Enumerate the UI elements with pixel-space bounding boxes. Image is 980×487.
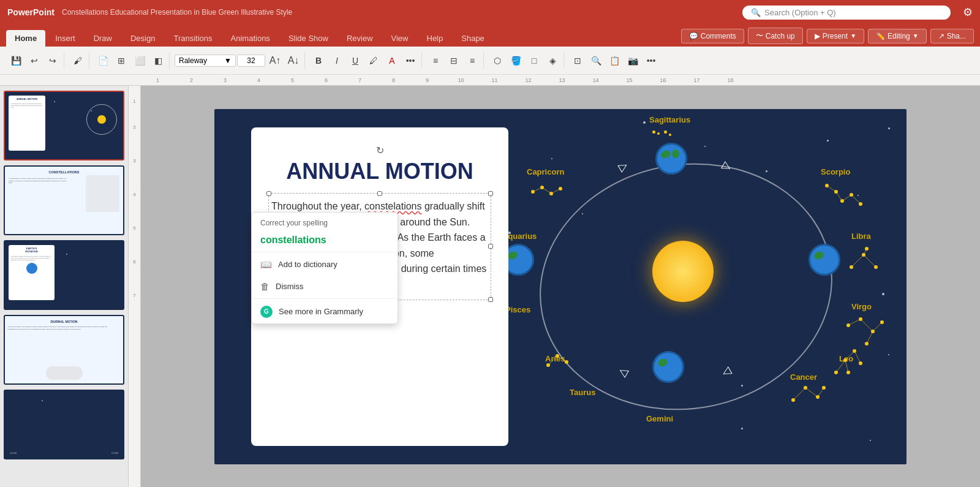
search-replace-button[interactable]: 🔍: [587, 52, 605, 69]
svg-line-5: [542, 187, 551, 194]
dictionary-icon: 📖: [260, 259, 272, 270]
toolbar-format: 🖌: [67, 52, 89, 69]
spell-divider-2: [252, 298, 398, 299]
copy-format-button[interactable]: 🖌: [69, 52, 86, 69]
title-search-bar[interactable]: 🔍 Search (Option + Q): [742, 6, 951, 20]
svg-line-29: [861, 319, 873, 331]
comments-button[interactable]: 💬 Comments: [681, 29, 744, 43]
tab-shape[interactable]: Shape: [453, 30, 493, 47]
svg-line-6: [551, 189, 560, 194]
tab-review[interactable]: Review: [338, 30, 382, 47]
tab-slideshow[interactable]: Slide Show: [280, 30, 337, 47]
label-gemini: Gemini: [646, 414, 673, 423]
tab-view[interactable]: View: [383, 30, 417, 47]
rotate-handle[interactable]: ↻: [376, 145, 384, 156]
misspelled-word[interactable]: constelations: [364, 201, 421, 211]
editing-button[interactable]: ✏️ Editing ▼: [868, 29, 927, 43]
underline-button[interactable]: U: [347, 52, 364, 69]
font-dropdown-icon[interactable]: ▼: [224, 56, 232, 65]
main-area: 1 ANNUAL MOTION Throughout the year, con…: [0, 86, 980, 487]
svg-line-20: [851, 255, 864, 267]
present-button[interactable]: ▶ Present ▼: [807, 29, 864, 43]
svg-line-14: [842, 195, 851, 201]
clipboard-button[interactable]: 📋: [606, 52, 623, 69]
align-button[interactable]: ≡: [464, 52, 481, 69]
text-part-1: Throughout the year,: [271, 201, 364, 211]
tab-home[interactable]: Home: [6, 30, 45, 47]
slide-thumb-4[interactable]: 4 DIURNAL MOTION As the Earth rotates, y…: [4, 315, 124, 385]
svg-line-12: [827, 186, 836, 192]
font-selector[interactable]: Raleway ▼: [175, 55, 236, 67]
slide-thumb-5[interactable]: 5 6:00 AM 6:00 AM: [4, 390, 124, 459]
svg-line-28: [848, 319, 861, 325]
numbered-list-button[interactable]: ⊟: [445, 52, 462, 69]
media-button[interactable]: 📷: [624, 52, 641, 69]
slide-thumb-1[interactable]: 1 ANNUAL MOTION Throughout the year, con…: [4, 91, 124, 160]
svg-line-31: [867, 331, 873, 344]
tab-draw[interactable]: Draw: [85, 30, 121, 47]
undo-button[interactable]: ↩: [26, 52, 43, 69]
share-icon: ↗: [938, 32, 944, 40]
toolbar: 💾 ↩ ↪ 🖌 📄 ⊞ ⬜ ◧ Raleway ▼ 32 A↑ A↓ B I U…: [0, 47, 980, 75]
tab-help[interactable]: Help: [418, 30, 452, 47]
arrange-button[interactable]: ⊡: [569, 52, 586, 69]
more-options-button[interactable]: •••: [643, 52, 660, 69]
toolbar-text-format: B I U 🖊 A •••: [307, 52, 422, 69]
toolbar-clipboard: 💾 ↩ ↪: [5, 52, 64, 69]
more-text-button[interactable]: •••: [402, 52, 419, 69]
add-to-dictionary-option[interactable]: 📖 Add to dictionary: [252, 254, 398, 276]
save-button[interactable]: 💾: [7, 52, 24, 69]
dismiss-option[interactable]: 🗑 Dismiss: [252, 276, 398, 297]
slide-title: ANNUAL MOTION: [268, 159, 491, 184]
italic-button[interactable]: I: [328, 52, 345, 69]
search-icon: 🔍: [751, 8, 761, 17]
slide-thumb-3[interactable]: 3 EARTH'SROTATION The Earth rotates on i…: [4, 240, 124, 310]
redo-button[interactable]: ↪: [44, 52, 61, 69]
slide-layout-button[interactable]: ⊞: [113, 52, 130, 69]
doc-title: Constellations Educational Presentation …: [62, 8, 735, 17]
bold-button[interactable]: B: [310, 52, 327, 69]
label-scorpio: Scorpio: [821, 167, 850, 176]
svg-line-35: [548, 356, 557, 365]
label-sagittarius: Sagittarius: [649, 115, 690, 124]
toolbar-insert: ⬡ 🪣 □ ◈: [486, 52, 564, 69]
new-slide-button[interactable]: 📄: [94, 52, 111, 69]
tab-design[interactable]: Design: [122, 30, 164, 47]
tab-insert[interactable]: Insert: [47, 30, 84, 47]
settings-icon[interactable]: ⚙: [963, 6, 973, 19]
slide-thumb-2[interactable]: 2 CONSTELLATIONS A constellation is a gr…: [4, 165, 124, 235]
slide-size-button[interactable]: ⬜: [131, 52, 148, 69]
svg-line-52: [845, 360, 848, 372]
editing-dropdown-icon[interactable]: ▼: [913, 32, 919, 39]
fill-button[interactable]: 🪣: [507, 52, 524, 69]
present-icon: ▶: [815, 32, 820, 40]
svg-line-21: [864, 255, 876, 267]
present-dropdown-icon[interactable]: ▼: [850, 32, 856, 39]
share-button[interactable]: ↗ Sha...: [930, 29, 974, 43]
tab-animations[interactable]: Animations: [222, 30, 279, 47]
toolbar-arrange: ⊡ 🔍 📋 📷 •••: [567, 52, 662, 69]
slide-theme-button[interactable]: ◧: [149, 52, 167, 69]
catch-up-button[interactable]: 〜 Catch up: [748, 28, 803, 44]
label-cancer: Cancer: [790, 372, 817, 382]
slide-area: ↻ ANNUAL MOTION Throughout the year, con: [141, 86, 980, 487]
effects-button[interactable]: ◈: [544, 52, 561, 69]
toolbar-lists: ≡ ⊟ ≡: [424, 52, 484, 69]
bullet-list-button[interactable]: ≡: [427, 52, 444, 69]
insert-shapes-button[interactable]: ⬡: [489, 52, 506, 69]
font-color-button[interactable]: A: [383, 52, 401, 69]
spell-suggestion[interactable]: constellations: [252, 230, 398, 251]
svg-line-49: [836, 360, 845, 372]
grammarly-option[interactable]: G See more in Grammarly: [252, 300, 398, 323]
vertical-ruler: 1 2 3 4 5 6 7: [129, 86, 141, 487]
ruler: 1 2 3 4 5 6 7 8 9 10 11 12 13 14 15 16 1…: [0, 75, 980, 86]
font-size-selector[interactable]: 32: [237, 55, 265, 67]
font-size-increase-button[interactable]: A↑: [266, 52, 284, 69]
highlight-button[interactable]: 🖊: [365, 52, 382, 69]
tab-transitions[interactable]: Transitions: [165, 30, 221, 47]
font-size-decrease-button[interactable]: A↓: [285, 52, 302, 69]
spell-check-dropdown: Correct your spelling constellations 📖 A…: [251, 212, 398, 324]
outline-button[interactable]: □: [526, 52, 543, 69]
label-pisces: Pisces: [505, 305, 530, 314]
svg-line-13: [836, 192, 842, 201]
